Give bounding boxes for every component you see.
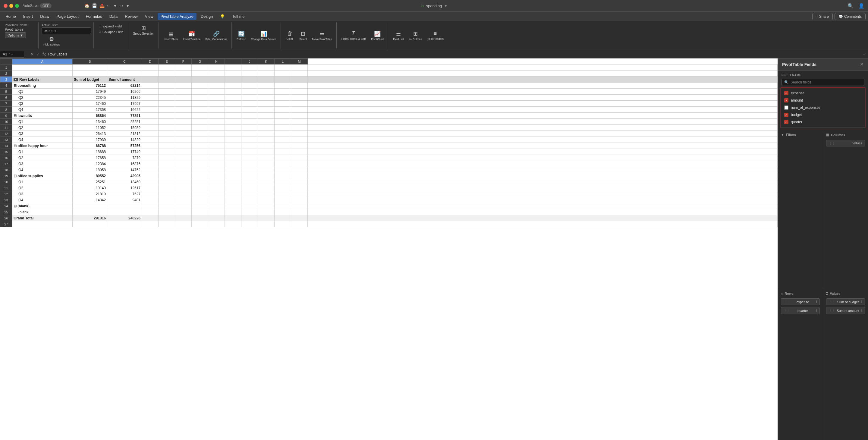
cell-5-3[interactable]: [142, 89, 158, 95]
cell-25-0[interactable]: (blank): [12, 209, 73, 215]
quarter-info-icon[interactable]: ℹ: [816, 309, 817, 313]
cell-16-13[interactable]: [308, 155, 778, 161]
cell-14-9[interactable]: [241, 143, 258, 149]
cell-8-7[interactable]: [208, 107, 225, 113]
cell-11-12[interactable]: [291, 125, 308, 131]
cell-10-7[interactable]: [208, 119, 225, 125]
cell-21-3[interactable]: [142, 185, 158, 191]
cell-13-9[interactable]: [241, 137, 258, 143]
cell-19-13[interactable]: [308, 173, 778, 179]
cell-3-9[interactable]: [241, 76, 258, 83]
cell-8-3[interactable]: [142, 107, 158, 113]
cell-22-1[interactable]: 21819: [73, 191, 107, 197]
cell-26-9[interactable]: [241, 215, 258, 221]
cell-2-11[interactable]: [275, 70, 291, 76]
cell-26-10[interactable]: [258, 215, 275, 221]
cell-7-0[interactable]: Q3: [12, 101, 73, 107]
cell-15-11[interactable]: [275, 149, 291, 155]
cell-3-10[interactable]: [258, 76, 275, 83]
cell-10-8[interactable]: [225, 119, 241, 125]
cell-18-0[interactable]: Q4: [12, 167, 73, 173]
cell-25-12[interactable]: [291, 209, 308, 215]
cell-27-13[interactable]: [308, 221, 778, 227]
col-header-m[interactable]: M: [291, 59, 308, 64]
cell-21-4[interactable]: [158, 185, 175, 191]
cell-11-1[interactable]: 11052: [73, 125, 107, 131]
cell-23-5[interactable]: [175, 197, 192, 203]
comments-button[interactable]: 💬 Comments: [835, 13, 866, 20]
menu-review[interactable]: Review: [122, 13, 141, 20]
cell-23-8[interactable]: [225, 197, 241, 203]
cell-16-0[interactable]: Q2: [12, 155, 73, 161]
cell-22-0[interactable]: Q3: [12, 191, 73, 197]
cell-1-3[interactable]: [142, 64, 158, 70]
cell-6-11[interactable]: [275, 95, 291, 101]
select-button[interactable]: ⊡ Select: [297, 29, 309, 42]
cell-25-8[interactable]: [225, 209, 241, 215]
cell-9-10[interactable]: [258, 113, 275, 119]
field-settings-button[interactable]: ⚙ Field Settings: [41, 35, 62, 47]
cell-10-10[interactable]: [258, 119, 275, 125]
cell-10-13[interactable]: [308, 119, 778, 125]
cell-17-12[interactable]: [291, 161, 308, 167]
cell-15-10[interactable]: [258, 149, 275, 155]
cell-7-12[interactable]: [291, 101, 308, 107]
insert-timeline-button[interactable]: 📅 Insert Timeline: [181, 29, 203, 42]
cell-16-4[interactable]: [158, 155, 175, 161]
field-checkbox-quarter[interactable]: ✓: [784, 120, 788, 124]
cell-21-2[interactable]: 12517: [107, 185, 142, 191]
cell-18-11[interactable]: [275, 167, 291, 173]
field-checkbox-num-of-expenses[interactable]: [784, 105, 788, 110]
cell-2-13[interactable]: [308, 70, 778, 76]
cell-10-9[interactable]: [241, 119, 258, 125]
cell-20-11[interactable]: [275, 179, 291, 185]
cell-12-4[interactable]: [158, 131, 175, 137]
cell-9-3[interactable]: [142, 113, 158, 119]
cell-7-2[interactable]: 17997: [107, 101, 142, 107]
cell-26-1[interactable]: 291316: [73, 215, 107, 221]
cell-10-1[interactable]: 13460: [73, 119, 107, 125]
cell-20-12[interactable]: [291, 179, 308, 185]
cell-15-1[interactable]: 18688: [73, 149, 107, 155]
cell-13-10[interactable]: [258, 137, 275, 143]
cell-11-8[interactable]: [225, 125, 241, 131]
cell-7-7[interactable]: [208, 101, 225, 107]
col-header-c[interactable]: C: [107, 59, 142, 64]
cell-5-6[interactable]: [192, 89, 208, 95]
cell-15-7[interactable]: [208, 149, 225, 155]
cell-23-0[interactable]: Q4: [12, 197, 73, 203]
cell-11-10[interactable]: [258, 125, 275, 131]
cell-6-6[interactable]: [192, 95, 208, 101]
sum-budget-info-icon[interactable]: ℹ: [861, 300, 862, 304]
minimize-button[interactable]: [9, 4, 13, 8]
cell-4-2[interactable]: 62214: [107, 83, 142, 89]
cell-5-4[interactable]: [158, 89, 175, 95]
cell-8-11[interactable]: [275, 107, 291, 113]
cell-22-8[interactable]: [225, 191, 241, 197]
cell-8-0[interactable]: Q4: [12, 107, 73, 113]
cell-9-8[interactable]: [225, 113, 241, 119]
cell-2-5[interactable]: [175, 70, 192, 76]
cell-14-5[interactable]: [175, 143, 192, 149]
share-doc-icon[interactable]: 📤: [99, 3, 104, 8]
cell-15-9[interactable]: [241, 149, 258, 155]
cell-1-7[interactable]: [208, 64, 225, 70]
cell-9-11[interactable]: [275, 113, 291, 119]
cell-21-11[interactable]: [275, 185, 291, 191]
cell-9-9[interactable]: [241, 113, 258, 119]
cell-10-3[interactable]: [142, 119, 158, 125]
col-header-e[interactable]: E: [158, 59, 175, 64]
cell-26-3[interactable]: [142, 215, 158, 221]
col-header-h[interactable]: H: [208, 59, 225, 64]
cell-16-11[interactable]: [275, 155, 291, 161]
cell-12-8[interactable]: [225, 131, 241, 137]
cell-11-5[interactable]: [175, 125, 192, 131]
cell-15-13[interactable]: [308, 149, 778, 155]
cell-21-5[interactable]: [175, 185, 192, 191]
cell-11-13[interactable]: [308, 125, 778, 131]
cell-14-7[interactable]: [208, 143, 225, 149]
cell-12-3[interactable]: [142, 131, 158, 137]
cell-19-5[interactable]: [175, 173, 192, 179]
cell-5-12[interactable]: [291, 89, 308, 95]
cell-6-5[interactable]: [175, 95, 192, 101]
